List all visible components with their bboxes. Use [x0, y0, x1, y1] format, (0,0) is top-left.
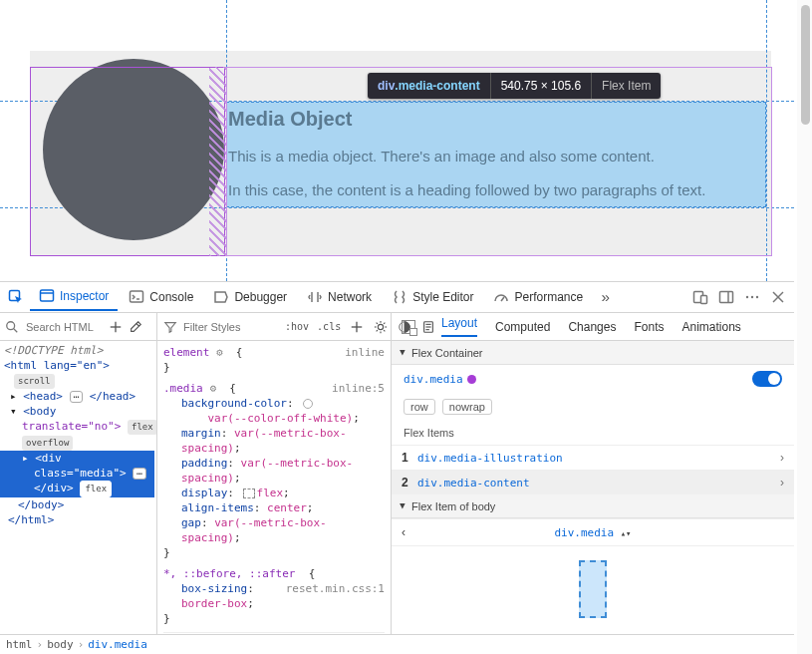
- tab-console[interactable]: Console: [120, 283, 202, 311]
- tree-doctype[interactable]: <!DOCTYPE html>: [4, 344, 103, 357]
- tab-label: Network: [328, 290, 372, 304]
- devtools-tabbar: Inspector Console Debugger Network Style…: [0, 282, 794, 313]
- css-prop[interactable]: display: [181, 487, 227, 499]
- rules-pane[interactable]: element ⚙ {inline} .media ⚙ {inline:5 ba…: [157, 341, 392, 654]
- css-val[interactable]: var(--color-off-white): [208, 412, 354, 425]
- rule-selector[interactable]: *, ::before, ::after: [163, 567, 295, 580]
- pill-flex[interactable]: flex: [80, 481, 112, 497]
- flex-item-diagram: [579, 560, 607, 618]
- tab-style-editor[interactable]: Style Editor: [383, 283, 482, 311]
- crumb-current[interactable]: div.media: [88, 638, 147, 651]
- hov-toggle[interactable]: :hov: [285, 321, 309, 332]
- inspector-body: <!DOCTYPE html> <html lang="en"> scroll …: [0, 341, 794, 654]
- flex-item-link[interactable]: div.media-content: [417, 477, 530, 490]
- layout-tab-layout[interactable]: Layout: [441, 316, 477, 337]
- css-prop[interactable]: background-color: [181, 397, 287, 410]
- kebab-menu-icon[interactable]: [740, 285, 764, 309]
- tab-label: Style Editor: [412, 290, 473, 304]
- css-prop[interactable]: padding: [181, 457, 227, 470]
- media-illustration-circle: [43, 59, 224, 240]
- rule-selector[interactable]: .media: [163, 382, 203, 395]
- flex-container-link[interactable]: div.media: [404, 373, 463, 386]
- svg-point-12: [756, 296, 758, 298]
- filter-styles-input[interactable]: [181, 320, 281, 334]
- media-heading: Media Object: [228, 106, 766, 133]
- tab-inspector[interactable]: Inspector: [30, 283, 118, 311]
- section-flex-container[interactable]: ▸Flex Container: [392, 341, 794, 365]
- responsive-design-icon[interactable]: [688, 285, 712, 309]
- inspector-subrow: :hov .cls Layout Computed Changes Fonts …: [0, 313, 794, 341]
- tree-html-close[interactable]: </html>: [8, 513, 54, 526]
- tab-network[interactable]: Network: [298, 283, 381, 311]
- pill-overflow: overflow: [22, 436, 73, 451]
- flex-item-row[interactable]: 2div.media-content›: [392, 470, 794, 494]
- layout-tab-animations[interactable]: Animations: [681, 320, 740, 334]
- color-swatch-icon[interactable]: [303, 399, 313, 409]
- rule-selector[interactable]: element: [163, 346, 209, 359]
- tab-label: Inspector: [60, 289, 109, 303]
- tree-body[interactable]: <body: [23, 405, 56, 418]
- ellipsis-badge: ⋯: [133, 468, 145, 480]
- pick-element-icon[interactable]: [4, 285, 28, 309]
- tree-body-attr: translate="no">: [22, 420, 121, 433]
- css-val[interactable]: border-box: [181, 597, 247, 610]
- css-prop[interactable]: gap: [181, 516, 201, 529]
- layout-tab-changes[interactable]: Changes: [568, 320, 616, 334]
- crumb[interactable]: html: [6, 638, 33, 651]
- tree-html[interactable]: <html lang="en">: [4, 359, 110, 372]
- rule-source[interactable]: inline: [345, 345, 385, 360]
- svg-line-28: [377, 330, 378, 331]
- search-html-input[interactable]: [24, 320, 104, 334]
- layout-pane-toggle-icon[interactable]: [402, 320, 415, 334]
- cls-toggle[interactable]: .cls: [317, 321, 341, 332]
- svg-point-15: [7, 321, 15, 329]
- add-node-icon[interactable]: [108, 319, 124, 335]
- rule-source[interactable]: reset.min.css:1: [286, 581, 385, 596]
- css-val[interactable]: center: [267, 501, 307, 514]
- flex-items-heading: Flex Items: [392, 421, 794, 445]
- filter-icon[interactable]: [163, 319, 177, 335]
- css-prop[interactable]: margin: [181, 427, 221, 440]
- flex-badge-icon[interactable]: [243, 489, 255, 498]
- nav-current[interactable]: div.media: [554, 526, 614, 539]
- layout-pane: ▸Flex Container div.media row nowrap Fle…: [392, 341, 794, 654]
- close-devtools-icon[interactable]: [766, 285, 790, 309]
- layout-tab-computed[interactable]: Computed: [495, 320, 550, 334]
- tree-body-close[interactable]: </body>: [18, 498, 64, 511]
- dom-tree-pane[interactable]: <!DOCTYPE html> <html lang="en"> scroll …: [0, 341, 157, 654]
- light-scheme-icon[interactable]: [373, 319, 389, 335]
- overlay-toggle[interactable]: [752, 371, 782, 387]
- page-viewport: Media Object This is a media object. The…: [0, 0, 794, 281]
- section-flex-item-of-body[interactable]: ▸Flex Item of body: [392, 494, 794, 518]
- css-prop[interactable]: align-items: [181, 501, 254, 514]
- eyedropper-icon[interactable]: [128, 319, 143, 335]
- tabs-overflow-icon[interactable]: »: [594, 285, 618, 309]
- tree-head[interactable]: <head>: [23, 390, 63, 403]
- new-rule-icon[interactable]: [349, 319, 365, 335]
- tab-debugger[interactable]: Debugger: [204, 283, 296, 311]
- devtools-panel: Inspector Console Debugger Network Style…: [0, 281, 794, 654]
- flex-item-link[interactable]: div.media-illustration: [417, 452, 563, 465]
- layout-nav: ‹ div.media ▴▾: [392, 518, 794, 546]
- media-paragraph: This is a media object. There's an image…: [228, 147, 766, 166]
- tab-performance[interactable]: Performance: [484, 283, 592, 311]
- svg-point-11: [751, 296, 753, 298]
- nav-back-icon[interactable]: ‹: [402, 525, 406, 539]
- tree-selected-div[interactable]: ▸ <div class="media"> ⋯ </div> flex: [0, 451, 154, 497]
- css-val[interactable]: var(--metric-box-spacing): [181, 516, 327, 544]
- svg-rect-3: [131, 291, 143, 302]
- overlay-color-dot[interactable]: [467, 375, 476, 384]
- layout-tab-fonts[interactable]: Fonts: [634, 320, 664, 334]
- window-scrollbar[interactable]: [797, 0, 812, 654]
- pill-flex[interactable]: flex: [128, 420, 157, 435]
- crumb[interactable]: body: [47, 638, 74, 651]
- scrollbar-thumb[interactable]: [801, 5, 810, 125]
- css-prop[interactable]: box-sizing: [181, 582, 247, 595]
- css-val[interactable]: flex: [257, 487, 284, 499]
- rule-source[interactable]: inline:5: [332, 381, 385, 396]
- flex-item-row[interactable]: 1div.media-illustration›: [392, 445, 794, 470]
- tree-head-close: </head>: [90, 390, 135, 403]
- search-icon[interactable]: [4, 319, 20, 335]
- dock-side-icon[interactable]: [714, 285, 738, 309]
- styles-toolbar: :hov .cls: [157, 313, 392, 340]
